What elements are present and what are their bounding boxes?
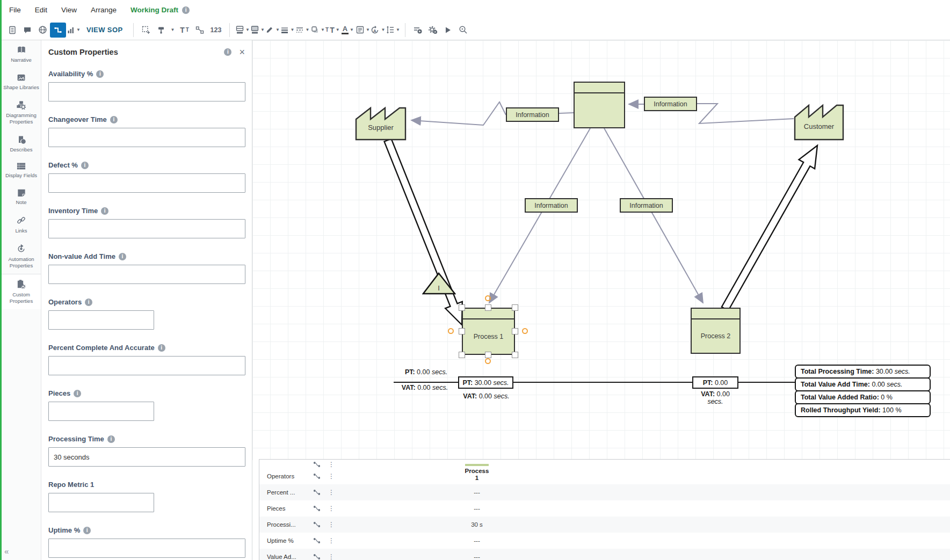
info-icon[interactable]: i	[110, 116, 118, 123]
cell-value[interactable]: ---	[437, 537, 517, 544]
comment-icon[interactable]	[20, 23, 35, 38]
info-icon[interactable]: i	[158, 344, 165, 352]
format-painter-icon[interactable]	[154, 23, 169, 38]
automation-gear-icon[interactable]	[425, 23, 440, 38]
cell-value[interactable]: ---	[437, 554, 517, 560]
info-icon[interactable]: i	[96, 70, 104, 78]
line-weight-icon[interactable]: ▼	[280, 23, 295, 38]
sidebar-item-shape-libraries[interactable]: Shape Libraries	[2, 68, 41, 96]
diagram-canvas[interactable]: Supplier Customer Information Informatio…	[252, 40, 950, 460]
cell-value[interactable]: 30 s	[437, 521, 517, 528]
connector-control-process2[interactable]	[604, 128, 703, 303]
sidebar-item-display-fields[interactable]: Display Fields	[2, 157, 41, 184]
inventory-time-input[interactable]	[48, 219, 245, 238]
defect-input[interactable]	[48, 173, 245, 193]
numbers-tool[interactable]: 123	[207, 23, 225, 38]
process-2-shape[interactable]: Process 2	[691, 308, 741, 354]
kebab-menu-icon[interactable]: ⋮	[328, 505, 335, 512]
text-style-icon[interactable]: TT	[177, 23, 192, 38]
processing-time-input[interactable]	[48, 447, 245, 467]
info-icon[interactable]: i	[83, 527, 91, 534]
kebab-menu-icon[interactable]: ⋮	[328, 553, 335, 560]
connection-nodes-icon[interactable]	[192, 23, 207, 38]
view-sop-button[interactable]: VIEW SOP	[81, 23, 128, 38]
sidebar-item-links[interactable]: Links	[2, 210, 41, 239]
non-value-add-time-input[interactable]	[48, 265, 245, 284]
percent-complete-input[interactable]	[48, 356, 245, 375]
font-color-icon[interactable]: A ▼	[340, 23, 355, 38]
kebab-menu-icon[interactable]: ⋮	[328, 489, 335, 496]
cell-value[interactable]: ---	[437, 489, 517, 496]
sidebar-item-diagramming-properties[interactable]: Diagramming Properties	[2, 96, 41, 130]
working-draft-menu[interactable]: Working Draft i	[130, 6, 190, 14]
pen-color-icon[interactable]: ▼	[265, 23, 280, 38]
menu-view[interactable]: View	[61, 6, 77, 14]
sidebar-item-automation-properties[interactable]: Automation Properties	[2, 239, 41, 274]
inventory-triangle[interactable]: I	[422, 272, 456, 295]
rotate-text-icon[interactable]: A ▼	[370, 23, 385, 38]
menu-file[interactable]: File	[9, 6, 21, 14]
connector-info1-supplier[interactable]	[411, 102, 506, 125]
shape-style-dropdown[interactable]: ▼	[169, 23, 177, 38]
connector-control-process1[interactable]	[489, 128, 590, 303]
kebab-menu-icon[interactable]: ⋮	[328, 461, 335, 468]
information-box-1[interactable]: Information	[506, 107, 559, 122]
close-icon[interactable]: ×	[239, 47, 245, 57]
changeover-time-input[interactable]	[48, 128, 245, 147]
chart-icon[interactable]: ▼	[66, 23, 81, 38]
relationship-icon[interactable]	[313, 489, 321, 496]
selection-handle-ne[interactable]	[512, 304, 518, 311]
production-control-shape[interactable]	[574, 82, 625, 128]
collapse-panel-chevron[interactable]: «	[4, 547, 9, 556]
info-icon[interactable]: i	[74, 390, 81, 397]
info-icon[interactable]: i	[81, 162, 89, 169]
relationship-icon[interactable]	[313, 505, 321, 512]
information-box-2[interactable]: Information	[644, 97, 697, 111]
sidebar-item-describes[interactable]: i Describes	[2, 130, 41, 158]
information-box-3[interactable]: Information	[525, 198, 578, 213]
line-spacing-icon[interactable]: ▼	[385, 23, 400, 38]
table-column-header-process1[interactable]: Process 1	[437, 464, 517, 482]
connection-point-left[interactable]	[448, 328, 454, 334]
push-arrow-supplier-process1[interactable]	[385, 139, 462, 325]
timeline-seg3-pt-box[interactable]: PT: 0.00	[692, 376, 738, 389]
sidebar-item-custom-properties[interactable]: Custom Properties	[2, 274, 41, 309]
line-style-icon[interactable]: ▼	[295, 23, 310, 38]
customer-shape[interactable]: Customer	[794, 101, 845, 141]
kebab-menu-icon[interactable]: ⋮	[328, 521, 335, 528]
timeline-seg2-pt-box[interactable]: PT: 30.00 secs.	[458, 376, 513, 389]
zoom-icon[interactable]	[455, 23, 470, 38]
relationship-icon[interactable]	[313, 554, 321, 560]
document-icon[interactable]	[5, 23, 20, 38]
selection-handle-w[interactable]	[459, 328, 465, 334]
data-overlay-icon[interactable]	[410, 23, 425, 38]
text-size-icon[interactable]: TT▼	[325, 23, 340, 38]
shadow-icon[interactable]: ▼	[310, 23, 325, 38]
connector-customer-info2[interactable]	[697, 104, 794, 123]
relationship-icon[interactable]	[313, 461, 321, 468]
sidebar-item-narrative[interactable]: Narrative	[2, 40, 41, 68]
layer-fill-icon[interactable]: ▼	[250, 23, 265, 38]
connector-tool-icon[interactable]	[50, 23, 66, 38]
connection-point-bottom[interactable]	[485, 358, 491, 364]
sidebar-item-note[interactable]: Note	[2, 184, 41, 210]
kebab-menu-icon[interactable]: ⋮	[328, 537, 335, 544]
repo-metric-1-input[interactable]	[48, 493, 154, 512]
info-icon[interactable]: i	[182, 6, 190, 14]
text-block-icon[interactable]: ▼	[355, 23, 370, 38]
cell-value[interactable]: ---	[437, 505, 517, 512]
connection-point-right[interactable]	[522, 328, 528, 334]
availability-input[interactable]	[48, 82, 245, 101]
relationship-icon[interactable]	[313, 521, 321, 528]
selection-handle-se[interactable]	[512, 352, 518, 358]
relationship-icon[interactable]	[313, 473, 321, 479]
selection-handle-e[interactable]	[512, 328, 518, 334]
supplier-shape[interactable]: Supplier	[355, 104, 407, 141]
operators-input[interactable]	[48, 310, 154, 330]
process-1-shape[interactable]: Process 1	[462, 308, 515, 355]
menu-edit[interactable]: Edit	[35, 6, 47, 14]
uptime-input[interactable]	[48, 539, 245, 558]
info-icon[interactable]: i	[119, 253, 126, 260]
selection-handle-sw[interactable]	[459, 352, 465, 358]
selection-handle-nw[interactable]	[459, 304, 465, 311]
